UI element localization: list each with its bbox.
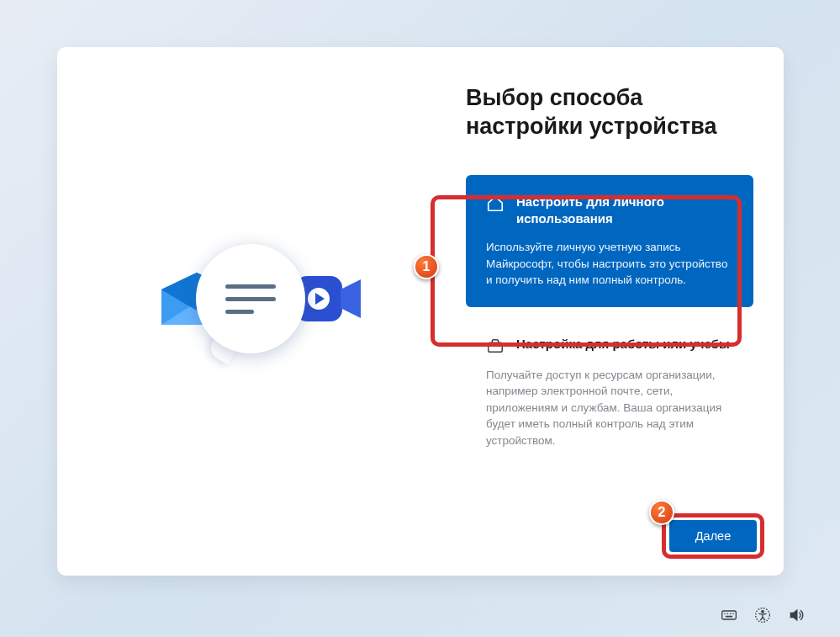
option-work-school[interactable]: Настройка для работы или учебы Получайте…	[466, 317, 753, 468]
setup-illustration	[137, 236, 356, 387]
keyboard-icon[interactable]	[721, 607, 737, 624]
option-work-title: Настройка для работы или учебы	[516, 336, 730, 353]
svg-rect-2	[489, 342, 503, 352]
svg-rect-3	[722, 611, 737, 619]
option-personal-title: Настроить для личного использования	[516, 194, 733, 228]
oobe-window: Выбор способа настройки устройства Настр…	[57, 47, 784, 576]
speech-bubble-icon	[196, 244, 305, 353]
page-title: Выбор способа настройки устройства	[466, 84, 753, 141]
content-panel: Выбор способа настройки устройства Настр…	[436, 47, 784, 576]
annotation-badge-1: 1	[414, 254, 439, 279]
option-personal-use[interactable]: Настроить для личного использования Испо…	[466, 175, 753, 307]
next-button[interactable]: Далее	[669, 520, 757, 552]
text-lines-icon	[225, 284, 276, 314]
briefcase-icon	[486, 337, 505, 355]
volume-icon[interactable]	[788, 607, 805, 624]
annotation-badge-2: 2	[649, 500, 674, 525]
accessibility-icon[interactable]	[754, 607, 771, 624]
home-icon	[486, 194, 505, 213]
svg-point-10	[762, 611, 764, 613]
footer-icons	[721, 607, 805, 624]
option-work-description: Получайте доступ к ресурсам организации,…	[486, 367, 733, 449]
option-personal-description: Используйте личную учетную запись Майкро…	[486, 239, 733, 289]
illustration-panel	[57, 47, 436, 576]
